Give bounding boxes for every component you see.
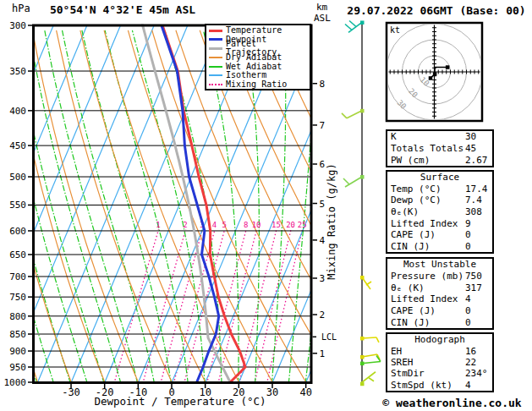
row-label: EH: [391, 346, 402, 357]
row-label: Lifted Index: [391, 293, 458, 304]
wind-barb-icon: [362, 337, 376, 338]
table-row: CIN (J)0: [387, 317, 492, 328]
run-date-title: 29.07.2022 06GMT (Base: 00): [342, 4, 531, 17]
legend-item: Mixing Ratio: [206, 80, 310, 90]
km-tick-label: 7: [320, 120, 326, 131]
row-label: Pressure (mb): [391, 271, 463, 282]
dry-adiabat-line-swatch: [209, 57, 222, 58]
hodograph-panel: HodographEH16SREH22StmDir234°StmSpd (kt)…: [386, 332, 494, 392]
mixing-ratio-line-swatch: [209, 84, 222, 85]
row-label: θₑ(K): [391, 206, 419, 217]
most-unstable-panel: Most UnstablePressure (mb)750θₑ (K)317Li…: [386, 257, 494, 330]
temperature-line-swatch: [209, 30, 222, 32]
row-value: 16: [465, 346, 476, 357]
wind-barb-icon: [342, 113, 347, 118]
row-label: StmDir: [391, 368, 425, 379]
wind-barb-icon: [343, 178, 349, 184]
km-tick-label: 4: [320, 235, 326, 246]
table-row: SREH22: [387, 357, 492, 368]
km-tick-label: 8: [320, 79, 326, 90]
hodograph-trace-marker: [446, 65, 450, 69]
hodograph-plot: 102030kt: [387, 23, 483, 121]
parcel-trajectory-line-swatch: [209, 47, 222, 50]
km-tick-label: 3: [320, 273, 326, 284]
row-label: Lifted Index: [391, 218, 458, 229]
legend-label: Mixing Ratio: [226, 80, 287, 89]
pressure-tick-label: 850: [9, 329, 26, 340]
row-value: 30: [465, 131, 476, 142]
temp-tick-label: -30: [62, 386, 80, 398]
mixing-ratio-lines: [114, 229, 303, 384]
pressure-tick-label: 800: [9, 311, 26, 322]
mixing-ratio-label: 25: [298, 221, 307, 229]
row-label: PW (cm): [391, 155, 430, 166]
pressure-tick-label: 650: [9, 249, 26, 260]
row-label: CIN (J): [391, 317, 430, 328]
table-row: Pressure (mb)750: [387, 271, 492, 282]
row-label: Temp (°C): [391, 184, 442, 195]
row-value: 0: [465, 305, 471, 316]
wind-barb-icon: [348, 22, 362, 32]
lcl-label: LCL: [321, 332, 337, 342]
row-value: 9: [465, 218, 471, 229]
mixing-ratio-axis-title: Mixing Ratio (g/kg): [326, 163, 337, 279]
wet-adiabat-line-swatch: [209, 66, 222, 68]
wind-barb-icon: [369, 378, 374, 381]
row-label: θₑ (K): [391, 282, 425, 293]
row-value: 4: [465, 293, 471, 304]
table-row: Lifted Index9: [387, 218, 492, 229]
legend-box: TemperatureDewpointParcel TrajectoryDry …: [205, 24, 311, 90]
row-label: Dewp (°C): [391, 195, 442, 206]
row-value: 234°: [465, 368, 488, 379]
row-value: 22: [465, 357, 476, 368]
wind-barb-icon: [349, 20, 356, 26]
row-value: 7.4: [465, 195, 482, 206]
pressure-tick-label: 300: [9, 20, 26, 31]
table-row: EH16: [387, 346, 492, 357]
table-row: PW (cm)2.67: [387, 155, 492, 166]
legend-label: Dry Adiabat: [226, 53, 282, 62]
km-tick-label: 5: [320, 199, 326, 210]
temp-tick-label: 40: [299, 386, 311, 398]
table-row: StmSpd (kt)4: [387, 380, 492, 391]
mixing-ratio-label: 10: [252, 221, 261, 229]
table-row: Dewp (°C)7.4: [387, 195, 492, 206]
row-label: CAPE (J): [391, 229, 436, 240]
mixing-ratio-label: 5: [222, 221, 226, 229]
row-label: StmSpd (kt): [391, 380, 452, 391]
mixing-ratio-label: 4: [212, 221, 217, 229]
legend-label: Temperature: [226, 26, 282, 35]
pressure-tick-label: 350: [9, 66, 26, 77]
km-tick-label: 6: [320, 159, 326, 170]
pressure-tick-label: 950: [9, 362, 26, 373]
table-row: CAPE (J)0: [387, 229, 492, 240]
legend-label: Wet Adiabat: [226, 63, 282, 71]
legend-label: Isotherm: [226, 71, 266, 79]
table-row: CAPE (J)0: [387, 305, 492, 316]
row-value: 317: [465, 282, 482, 293]
table-row: K30: [387, 131, 492, 142]
copyright: © weatheronline.co.uk: [372, 397, 532, 409]
x-axis-title: Dewpoint / Temperature (°C): [87, 395, 273, 408]
row-value: 308: [465, 206, 482, 217]
pressure-tick-label: 500: [9, 172, 26, 183]
row-value: 17.4: [465, 184, 488, 195]
hodograph-trace-marker: [429, 76, 433, 80]
panel-title: Hodograph: [387, 334, 492, 345]
row-label: K: [391, 131, 397, 142]
wind-barb-icon: [347, 111, 362, 118]
table-row: CIN (J)0: [387, 241, 492, 252]
wind-barb-icon: [362, 354, 377, 357]
row-label: Totals Totals: [391, 143, 463, 154]
row-value: 2.67: [465, 155, 488, 166]
row-value: 45: [465, 143, 476, 154]
wind-barb-icon: [376, 337, 379, 342]
panel-title: Most Unstable: [387, 259, 492, 270]
row-value: 0: [465, 241, 471, 252]
pressure-tick-label: 900: [9, 346, 26, 357]
pressure-tick-label: 600: [9, 226, 26, 237]
row-label: CAPE (J): [391, 305, 436, 316]
mixing-ratio-label: 8: [244, 221, 248, 229]
surface-panel: SurfaceTemp (°C)17.4Dewp (°C)7.4θₑ(K)308…: [386, 170, 494, 254]
row-label: SREH: [391, 357, 414, 368]
